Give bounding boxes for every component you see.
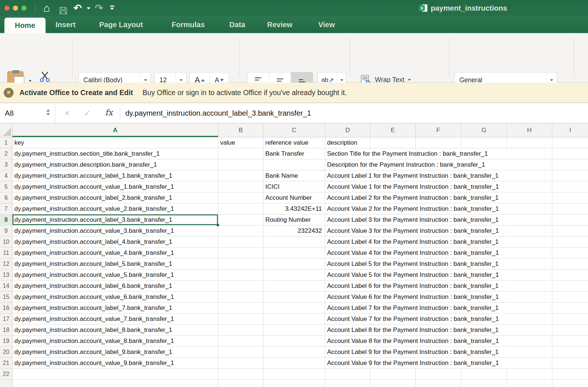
column-header-B[interactable]: B: [218, 123, 263, 137]
cell-I5[interactable]: [552, 181, 588, 192]
column-header-D[interactable]: D: [325, 123, 370, 137]
cell-B15[interactable]: [218, 292, 263, 303]
cell-C13[interactable]: [263, 270, 325, 281]
cell-A1[interactable]: key: [12, 137, 218, 148]
zoom-window-button[interactable]: [21, 6, 26, 11]
cell-C17[interactable]: [263, 314, 325, 325]
cell-C1[interactable]: reference value: [263, 137, 325, 148]
cell-D1[interactable]: description: [325, 137, 370, 148]
cell-C10[interactable]: [263, 236, 325, 247]
row-header-20[interactable]: 20: [0, 347, 12, 358]
cell-H3[interactable]: [507, 159, 552, 170]
cell-A13[interactable]: dy.payment_instruction.account_value_5.b…: [12, 270, 218, 281]
cell-I4[interactable]: [552, 170, 588, 181]
row-header-18[interactable]: 18: [0, 325, 12, 336]
tab-formulas[interactable]: Formulas: [172, 16, 205, 33]
cell-C19[interactable]: [263, 336, 325, 347]
cell-B5[interactable]: [218, 181, 263, 192]
cell-H18[interactable]: [507, 325, 552, 336]
row-header-16[interactable]: 16: [0, 303, 12, 314]
cell-H17[interactable]: [507, 314, 552, 325]
cell-partial[interactable]: [12, 380, 218, 387]
cell-H7[interactable]: [507, 203, 552, 214]
cell-H12[interactable]: [507, 258, 552, 270]
cell-D20[interactable]: Account Label 9 for the Payment Instruct…: [325, 347, 370, 358]
cell-I17[interactable]: [552, 314, 588, 325]
cell-I6[interactable]: [552, 192, 588, 203]
cell-B11[interactable]: [218, 247, 263, 258]
cell-E22[interactable]: [370, 369, 416, 380]
cell-C15[interactable]: [263, 292, 325, 303]
cell-H6[interactable]: [507, 192, 552, 203]
cell-B18[interactable]: [218, 325, 263, 336]
column-header-A[interactable]: A: [12, 123, 218, 137]
tab-data[interactable]: Data: [229, 16, 245, 33]
close-window-button[interactable]: [4, 6, 10, 11]
paste-dropdown-icon[interactable]: [29, 80, 32, 82]
cell-I2[interactable]: [552, 148, 588, 159]
insert-function-icon[interactable]: fx: [105, 103, 113, 122]
cell-H13[interactable]: [507, 270, 552, 281]
redo-button[interactable]: ↷: [95, 0, 103, 16]
cell-B21[interactable]: [218, 358, 263, 369]
cell-H5[interactable]: [507, 181, 552, 192]
tab-page-layout[interactable]: Page Layout: [99, 16, 143, 33]
cell-B13[interactable]: [218, 270, 263, 281]
row-header-4[interactable]: 4: [0, 170, 12, 181]
cell-I21[interactable]: [552, 358, 588, 369]
cell-D17[interactable]: Account Value 7 for the Payment Instruct…: [325, 314, 370, 325]
cell-D11[interactable]: Account Value 4 for the Payment Instruct…: [325, 247, 370, 258]
cell-partial[interactable]: [218, 380, 263, 387]
cell-H11[interactable]: [507, 247, 552, 258]
cell-D5[interactable]: Account Value 1 for the Payment Instruct…: [325, 181, 370, 192]
formula-content[interactable]: dy.payment_instruction.account_label_3.b…: [125, 103, 311, 123]
cell-A9[interactable]: dy.payment_instruction.account_value_3.b…: [12, 225, 218, 236]
cell-F1[interactable]: [416, 137, 461, 148]
column-header-G[interactable]: G: [461, 123, 507, 137]
cell-A10[interactable]: dy.payment_instruction.account_label_4.b…: [12, 236, 218, 247]
cell-B16[interactable]: [218, 303, 263, 314]
cell-B6[interactable]: [218, 192, 263, 203]
cell-D21[interactable]: Account Value 9 for the Payment Instruct…: [325, 358, 370, 369]
cell-C12[interactable]: [263, 258, 325, 270]
row-header-15[interactable]: 15: [0, 292, 12, 303]
cell-A17[interactable]: dy.payment_instruction.account_value_7.b…: [12, 314, 218, 325]
cell-D19[interactable]: Account Value 8 for the Payment Instruct…: [325, 336, 370, 347]
cell-I11[interactable]: [552, 247, 588, 258]
column-header-F[interactable]: F: [416, 123, 461, 137]
cell-I16[interactable]: [552, 303, 588, 314]
cell-A16[interactable]: dy.payment_instruction.account_label_7.b…: [12, 303, 218, 314]
cell-C14[interactable]: [263, 281, 325, 292]
cell-C4[interactable]: Bank Name: [263, 170, 325, 181]
cell-B3[interactable]: [218, 159, 263, 170]
cell-B2[interactable]: [218, 148, 263, 159]
cell-A12[interactable]: dy.payment_instruction.account_label_5.b…: [12, 258, 218, 270]
cell-B1[interactable]: value: [218, 137, 263, 148]
cell-I9[interactable]: [552, 225, 588, 236]
row-header-6[interactable]: 6: [0, 192, 12, 203]
cell-partial[interactable]: [263, 380, 325, 387]
cell-I22[interactable]: [552, 369, 588, 380]
cell-D16[interactable]: Account Label 7 for the Payment Instruct…: [325, 303, 370, 314]
cell-C5[interactable]: ICICI: [263, 181, 325, 192]
cell-B8[interactable]: [218, 214, 263, 225]
cell-D15[interactable]: Account Value 6 for the Payment Instruct…: [325, 292, 370, 303]
cell-C2[interactable]: Bank Transfer: [263, 148, 325, 159]
cell-D12[interactable]: Account Label 5 for the Payment Instruct…: [325, 258, 370, 270]
cell-C20[interactable]: [263, 347, 325, 358]
column-header-H[interactable]: H: [507, 123, 552, 137]
cell-B20[interactable]: [218, 347, 263, 358]
cell-A14[interactable]: dy.payment_instruction.account_label_6.b…: [12, 281, 218, 292]
cell-I14[interactable]: [552, 281, 588, 292]
row-header-12[interactable]: 12: [0, 258, 12, 270]
cell-I20[interactable]: [552, 347, 588, 358]
cell-H20[interactable]: [507, 347, 552, 358]
cell-partial[interactable]: [370, 380, 416, 387]
enter-icon[interactable]: ✓: [84, 103, 91, 123]
cell-D14[interactable]: Account Label 6 for the Payment Instruct…: [325, 281, 370, 292]
cell-partial[interactable]: [461, 380, 507, 387]
cell-B17[interactable]: [218, 314, 263, 325]
cell-A4[interactable]: dy.payment_instruction.account_label_1.b…: [12, 170, 218, 181]
cell-I12[interactable]: [552, 258, 588, 270]
cell-A18[interactable]: dy.payment_instruction.account_label_8.b…: [12, 325, 218, 336]
